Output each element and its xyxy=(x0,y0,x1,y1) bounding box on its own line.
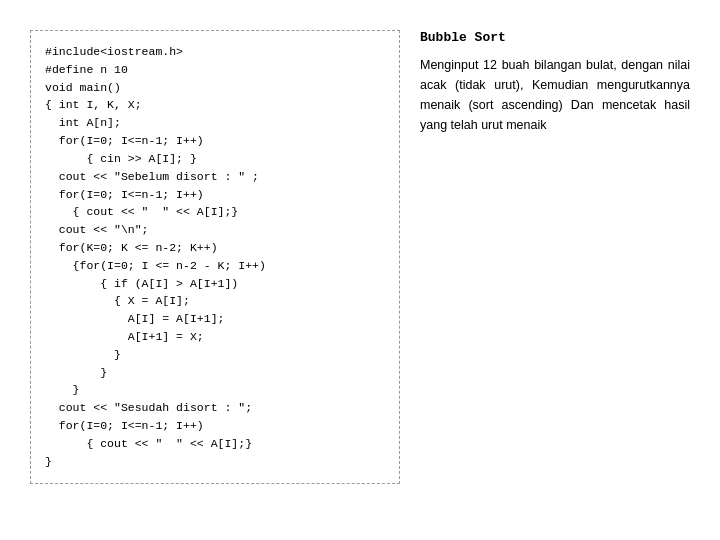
description-title: Bubble Sort xyxy=(420,30,690,45)
main-container: #include<iostream.h> #define n 10 void m… xyxy=(10,10,710,530)
description-panel: Bubble Sort Menginput 12 buah bilangan b… xyxy=(420,30,690,135)
code-panel: #include<iostream.h> #define n 10 void m… xyxy=(30,30,400,484)
code-content: #include<iostream.h> #define n 10 void m… xyxy=(45,43,385,471)
description-text: Menginput 12 buah bilangan bulat, dengan… xyxy=(420,55,690,135)
